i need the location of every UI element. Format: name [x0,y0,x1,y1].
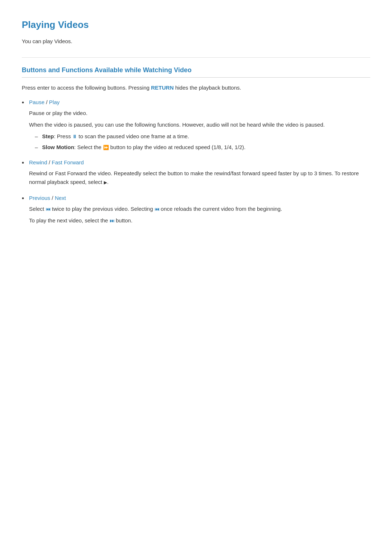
separator: / [50,195,55,201]
separator: / [47,159,52,165]
previous-icon: ⏮ [46,206,50,212]
list-item: • Rewind / Fast Forward Rewind or Fast F… [22,158,370,189]
sub-dash: – [35,132,42,141]
section-intro-prefix: Press enter to access the following butt… [22,85,151,91]
separator: / [45,99,49,105]
list-item: – Step: Press ⏸ to scan the paused video… [29,132,370,141]
pause-label: Pause [29,99,45,105]
bullet-content-rewind: Rewind / Fast Forward Rewind or Fast For… [29,158,370,189]
divider [22,57,370,58]
bullet-dot: • [22,158,29,168]
next-label: Next [55,195,66,201]
intro-text: You can play Videos. [22,37,370,46]
play-icon: ▶ [104,180,107,185]
slow-motion-icon: ⏩ [103,145,109,150]
bullet-content-previous-next: Previous / Next Select ⏮ twice to play t… [29,194,370,228]
return-keyword: RETURN [151,85,174,91]
bullet-content-pause-play: Pause / Play Pause or play the video. Wh… [29,98,370,154]
section-intro: Press enter to access the following butt… [22,83,370,92]
next-icon: ⏭ [110,218,114,223]
list-item: – Slow Motion: Select the ⏩ button to pl… [29,143,370,152]
pause-desc-2: When the video is paused, you can use th… [29,120,370,129]
pause-sub-list: – Step: Press ⏸ to scan the paused video… [29,132,370,152]
list-item: • Pause / Play Pause or play the video. … [22,98,370,154]
previous-next-label: Previous / Next [29,194,370,202]
previous-desc: Select ⏮ twice to play the previous vide… [29,205,370,213]
previous-label: Previous [29,195,50,201]
rewind-fastforward-label: Rewind / Fast Forward [29,158,370,167]
section-heading: Buttons and Functions Available while Wa… [22,65,370,78]
step-sub-item: Step: Press ⏸ to scan the paused video o… [42,132,189,141]
step-keyword: Step [42,133,54,139]
page-title: Playing Videos [22,17,370,33]
pause-play-label: Pause / Play [29,98,370,107]
slow-motion-keyword: Slow Motion [42,144,74,150]
sub-dash: – [35,143,42,152]
play-label: Play [49,99,60,105]
previous-icon-2: ⏮ [155,206,159,212]
features-list: • Pause / Play Pause or play the video. … [22,98,370,228]
list-item: • Previous / Next Select ⏮ twice to play… [22,194,370,228]
rewind-label: Rewind [29,159,47,165]
pause-step-icon: ⏸ [72,134,77,139]
section-intro-suffix: hides the playback buttons. [174,85,241,91]
next-desc: To play the next video, select the ⏭ but… [29,216,370,225]
bullet-dot: • [22,98,29,108]
pause-desc-1: Pause or play the video. [29,109,370,118]
bullet-dot: • [22,194,29,204]
slow-motion-sub-item: Slow Motion: Select the ⏩ button to play… [42,143,245,152]
fast-forward-label: Fast Forward [52,159,84,165]
rewind-desc: Rewind or Fast Forward the video. Repeat… [29,169,370,186]
